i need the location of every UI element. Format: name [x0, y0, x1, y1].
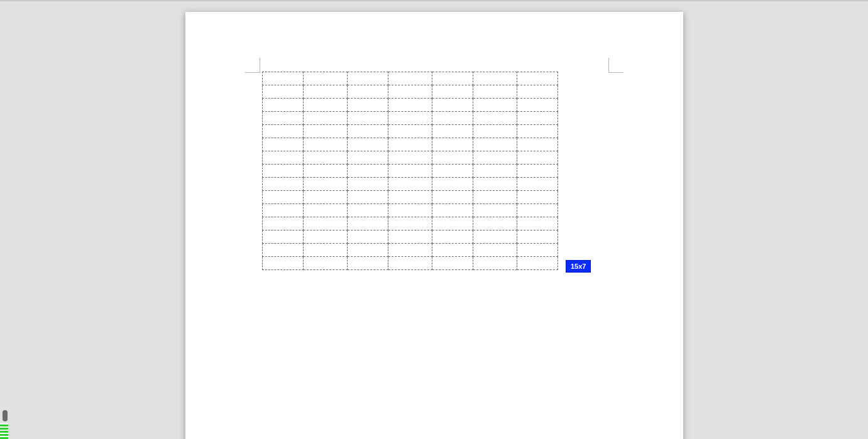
table-cell[interactable] — [263, 230, 304, 244]
table-cell[interactable] — [517, 72, 558, 85]
table-cell[interactable] — [263, 99, 304, 112]
table-cell[interactable] — [517, 99, 558, 112]
table-cell[interactable] — [348, 217, 388, 230]
table-cell[interactable] — [388, 217, 432, 230]
table-cell[interactable] — [304, 191, 348, 204]
table-cell[interactable] — [432, 178, 473, 191]
table-cell[interactable] — [348, 85, 388, 99]
table-cell[interactable] — [263, 112, 304, 125]
table-cell[interactable] — [432, 99, 473, 112]
table-cell[interactable] — [304, 85, 348, 99]
table-cell[interactable] — [473, 178, 517, 191]
table-cell[interactable] — [388, 230, 432, 244]
table-cell[interactable] — [348, 112, 388, 125]
table-cell[interactable] — [263, 151, 304, 165]
table-cell[interactable] — [263, 165, 304, 178]
table-cell[interactable] — [432, 244, 473, 257]
table-cell[interactable] — [473, 138, 517, 151]
table-cell[interactable] — [432, 151, 473, 165]
table-cell[interactable] — [348, 138, 388, 151]
table-cell[interactable] — [473, 165, 517, 178]
table-cell[interactable] — [304, 125, 348, 138]
table-cell[interactable] — [517, 138, 558, 151]
table-cell[interactable] — [517, 230, 558, 244]
table-cell[interactable] — [304, 99, 348, 112]
table-cell[interactable] — [348, 244, 388, 257]
table-cell[interactable] — [263, 125, 304, 138]
table-cell[interactable] — [263, 244, 304, 257]
table-selection-area[interactable] — [262, 72, 558, 270]
table-cell[interactable] — [348, 230, 388, 244]
table-row[interactable] — [263, 230, 558, 244]
dashed-table[interactable] — [262, 72, 558, 270]
table-cell[interactable] — [517, 151, 558, 165]
table-cell[interactable] — [304, 204, 348, 217]
table-cell[interactable] — [348, 151, 388, 165]
table-cell[interactable] — [263, 138, 304, 151]
table-cell[interactable] — [304, 244, 348, 257]
table-cell[interactable] — [432, 112, 473, 125]
table-cell[interactable] — [517, 125, 558, 138]
table-cell[interactable] — [473, 204, 517, 217]
table-cell[interactable] — [263, 178, 304, 191]
table-cell[interactable] — [432, 125, 473, 138]
table-cell[interactable] — [348, 72, 388, 85]
table-row[interactable] — [263, 85, 558, 99]
table-cell[interactable] — [473, 151, 517, 165]
table-cell[interactable] — [388, 112, 432, 125]
table-cell[interactable] — [432, 85, 473, 99]
table-cell[interactable] — [432, 191, 473, 204]
table-cell[interactable] — [517, 112, 558, 125]
table-cell[interactable] — [304, 217, 348, 230]
table-cell[interactable] — [473, 72, 517, 85]
table-cell[interactable] — [432, 138, 473, 151]
table-row[interactable] — [263, 178, 558, 191]
table-cell[interactable] — [432, 72, 473, 85]
table-cell[interactable] — [304, 165, 348, 178]
table-cell[interactable] — [388, 85, 432, 99]
table-cell[interactable] — [348, 204, 388, 217]
table-cell[interactable] — [473, 257, 517, 270]
table-row[interactable] — [263, 204, 558, 217]
table-cell[interactable] — [473, 244, 517, 257]
table-cell[interactable] — [517, 217, 558, 230]
table-cell[interactable] — [432, 204, 473, 217]
table-cell[interactable] — [517, 244, 558, 257]
table-cell[interactable] — [432, 230, 473, 244]
table-cell[interactable] — [432, 165, 473, 178]
table-row[interactable] — [263, 257, 558, 270]
table-cell[interactable] — [432, 217, 473, 230]
table-row[interactable] — [263, 151, 558, 165]
table-cell[interactable] — [348, 191, 388, 204]
table-cell[interactable] — [473, 112, 517, 125]
table-cell[interactable] — [388, 138, 432, 151]
table-cell[interactable] — [263, 257, 304, 270]
table-cell[interactable] — [304, 151, 348, 165]
table-row[interactable] — [263, 244, 558, 257]
table-row[interactable] — [263, 125, 558, 138]
table-cell[interactable] — [388, 72, 432, 85]
table-cell[interactable] — [388, 204, 432, 217]
table-cell[interactable] — [304, 72, 348, 85]
table-cell[interactable] — [388, 165, 432, 178]
table-row[interactable] — [263, 217, 558, 230]
table-cell[interactable] — [348, 257, 388, 270]
table-cell[interactable] — [473, 85, 517, 99]
table-cell[interactable] — [517, 191, 558, 204]
table-cell[interactable] — [432, 257, 473, 270]
table-cell[interactable] — [473, 191, 517, 204]
table-cell[interactable] — [388, 244, 432, 257]
scroll-nub-icon[interactable] — [3, 410, 8, 421]
table-cell[interactable] — [388, 257, 432, 270]
table-cell[interactable] — [517, 204, 558, 217]
table-cell[interactable] — [263, 72, 304, 85]
table-cell[interactable] — [388, 125, 432, 138]
table-cell[interactable] — [517, 178, 558, 191]
table-row[interactable] — [263, 72, 558, 85]
table-cell[interactable] — [304, 138, 348, 151]
table-cell[interactable] — [388, 191, 432, 204]
table-cell[interactable] — [348, 125, 388, 138]
table-row[interactable] — [263, 138, 558, 151]
table-cell[interactable] — [473, 230, 517, 244]
table-row[interactable] — [263, 112, 558, 125]
